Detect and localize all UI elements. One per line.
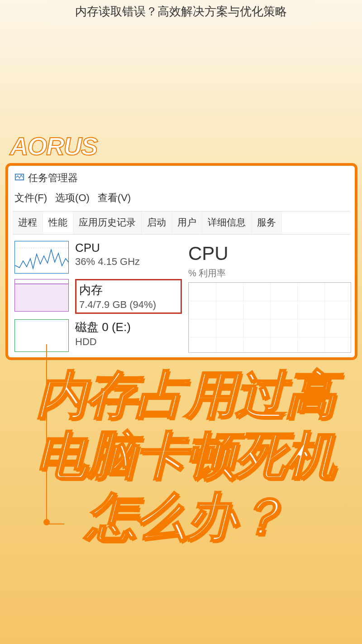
disk-title: 磁盘 0 (E:) (75, 319, 182, 335)
tab-users[interactable]: 用户 (172, 211, 202, 234)
metric-disk-row[interactable]: 磁盘 0 (E:) HDD (14, 319, 182, 352)
page-title: 内存读取错误？高效解决方案与优化策略 (50, 0, 312, 23)
tab-startup[interactable]: 启动 (142, 211, 172, 234)
performance-body: CPU 36% 4.15 GHz 内存 7.4/7.9 GB (94%) 磁盘 … (8, 235, 355, 357)
brand-logo-text: AORUS (10, 131, 97, 161)
metric-memory-row[interactable]: 内存 7.4/7.9 GB (94%) (14, 279, 182, 314)
memory-highlight-box: 内存 7.4/7.9 GB (94%) (75, 279, 182, 314)
window-title-bar: 任务管理器 (8, 166, 355, 187)
tab-row: 进程 性能 应用历史记录 启动 用户 详细信息 服务 (13, 211, 350, 235)
tab-services[interactable]: 服务 (252, 211, 282, 234)
tab-performance[interactable]: 性能 (43, 211, 73, 234)
cpu-title: CPU (75, 241, 182, 255)
headline-line-1: 内存占用过高 (27, 365, 344, 425)
memory-thumb-chart (14, 279, 69, 312)
disk-sub: HDD (75, 336, 182, 348)
menu-bar: 文件(F) 选项(O) 查看(V) (8, 187, 355, 208)
memory-title: 内存 (79, 282, 178, 298)
metric-cpu-row[interactable]: CPU 36% 4.15 GHz (14, 241, 182, 274)
task-manager-icon (14, 172, 24, 184)
memory-sub: 7.4/7.9 GB (94%) (79, 299, 178, 311)
tab-processes[interactable]: 进程 (13, 211, 43, 234)
tab-app-history[interactable]: 应用历史记录 (73, 211, 142, 234)
window-title: 任务管理器 (28, 171, 78, 185)
cpu-sub: 36% 4.15 GHz (75, 256, 182, 268)
menu-options[interactable]: 选项(O) (55, 191, 90, 205)
headline-line-3: 怎么办？ (27, 486, 344, 547)
tab-details[interactable]: 详细信息 (202, 211, 252, 234)
cpu-utilization-chart (188, 282, 351, 353)
cpu-thumb-chart (14, 241, 69, 274)
disk-thumb-chart (14, 319, 69, 352)
task-manager-window: 任务管理器 文件(F) 选项(O) 查看(V) 进程 性能 应用历史记录 启动 … (5, 163, 357, 360)
headline-line-2: 电脑卡顿死机 (27, 425, 344, 486)
menu-view[interactable]: 查看(V) (98, 191, 131, 205)
detail-pane: CPU % 利用率 (188, 241, 355, 357)
menu-file[interactable]: 文件(F) (14, 191, 47, 205)
detail-title: CPU (188, 243, 355, 264)
detail-util-label: % 利用率 (188, 267, 355, 279)
headline-block: 内存占用过高 电脑卡顿死机 怎么办？ (27, 365, 344, 547)
metric-list: CPU 36% 4.15 GHz 内存 7.4/7.9 GB (94%) 磁盘 … (14, 241, 182, 357)
